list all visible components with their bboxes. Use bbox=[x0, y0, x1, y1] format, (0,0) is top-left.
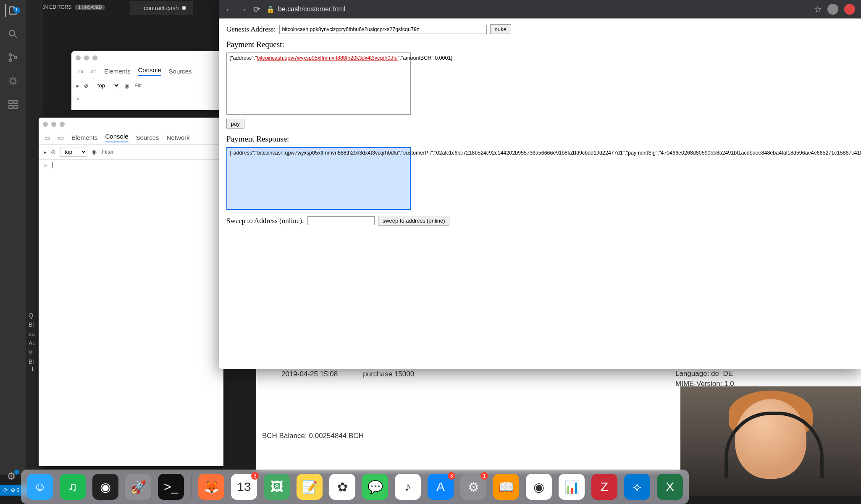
inspect-icon[interactable]: ▭ bbox=[77, 68, 83, 75]
sweep-address-label: Sweep to Address (online): bbox=[226, 217, 304, 225]
browser-toolbar: ← → ⟳ 🔒 be.cash/customer.html ☆ bbox=[219, 0, 861, 18]
url-host: be.cash bbox=[278, 5, 302, 13]
window-traffic-lights[interactable] bbox=[39, 118, 223, 131]
dock-app-music[interactable]: ♪ bbox=[395, 474, 421, 500]
dock-app-calendar[interactable]: 133 bbox=[231, 474, 257, 500]
console-prompt: > bbox=[44, 162, 47, 168]
nuke-button[interactable]: nuke bbox=[490, 24, 511, 34]
cash-file-icon: ≡ bbox=[137, 5, 140, 11]
info-line: Language: de_DE bbox=[675, 369, 856, 379]
svg-point-4 bbox=[11, 79, 16, 84]
svg-point-2 bbox=[9, 59, 11, 61]
window-traffic-lights[interactable] bbox=[71, 51, 239, 65]
inspect-icon[interactable]: ▭ bbox=[45, 134, 50, 142]
tab-elements[interactable]: Elements bbox=[104, 68, 131, 75]
macos-dock: ☺♫◉🚀>_🦊133🖼📝✿💬♪A3⚙1📖◉📊Z⟡X bbox=[21, 470, 689, 504]
dock-app-firefox[interactable]: 🦊 bbox=[198, 474, 224, 500]
dock-app-messages[interactable]: 💬 bbox=[362, 474, 388, 500]
dock-app-zotero[interactable]: Z bbox=[591, 474, 617, 500]
console-body[interactable]: > bbox=[71, 93, 239, 105]
debug-icon[interactable] bbox=[7, 75, 19, 87]
pay-button[interactable]: pay bbox=[226, 119, 244, 129]
context-select[interactable]: top bbox=[93, 81, 120, 90]
vscode-activity-bar: 1 1 bbox=[0, 0, 26, 475]
dock-app-launchpad[interactable]: 🚀 bbox=[125, 474, 151, 500]
forward-button[interactable]: → bbox=[239, 5, 247, 14]
unsaved-dot-icon bbox=[182, 6, 186, 10]
console-toolbar: ▸ ⊘ top ◉ bbox=[71, 78, 239, 93]
settings-gear-icon[interactable]: ⚙1 bbox=[7, 470, 16, 482]
dock-app-excel[interactable]: X bbox=[657, 474, 683, 500]
svg-rect-6 bbox=[14, 100, 17, 104]
dock-app-preview[interactable]: 🖼 bbox=[264, 474, 290, 500]
webcam-overlay bbox=[680, 386, 861, 496]
tab-console[interactable]: Console bbox=[138, 66, 161, 76]
devtools-window-1: ▭ ▭ Elements Console Sources ▸ ⊘ top ◉ > bbox=[71, 51, 239, 110]
payment-request-textarea[interactable]: {"address":"bitcoincash:qpw7wyxsp05xffmm… bbox=[226, 52, 411, 115]
row-description: purchase 15000 bbox=[363, 370, 414, 378]
clear-icon[interactable]: ⊘ bbox=[84, 82, 89, 89]
search-icon[interactable] bbox=[7, 28, 19, 40]
device-icon[interactable]: ▭ bbox=[91, 68, 97, 75]
sync-icon[interactable]: ⟳ bbox=[3, 487, 8, 493]
dock-app-spotify[interactable]: ♫ bbox=[60, 474, 86, 500]
extension-icon[interactable] bbox=[844, 4, 855, 15]
context-select[interactable]: top bbox=[60, 147, 87, 157]
sweep-address-input[interactable] bbox=[307, 216, 375, 225]
extensions-icon[interactable] bbox=[7, 98, 19, 111]
sidebar-toggle-icon[interactable]: ▸ bbox=[76, 82, 79, 89]
console-body[interactable]: > bbox=[39, 160, 223, 171]
tab-sources[interactable]: Sources bbox=[136, 134, 159, 141]
profile-avatar[interactable] bbox=[827, 4, 838, 15]
dock-app-appstore[interactable]: A3 bbox=[428, 474, 454, 500]
payment-response-heading: Payment Response: bbox=[226, 134, 853, 144]
add-icon[interactable]: + bbox=[30, 365, 35, 374]
devtools-tabs: ▭ ▭ Elements Console Sources Network bbox=[39, 131, 223, 144]
eye-icon[interactable]: ◉ bbox=[124, 82, 129, 89]
sweep-button[interactable]: sweep to address (online) bbox=[378, 216, 450, 226]
dock-app-settings[interactable]: ⚙1 bbox=[460, 474, 486, 500]
eye-icon[interactable]: ◉ bbox=[92, 149, 97, 155]
dock-app-books[interactable]: 📖 bbox=[493, 474, 519, 500]
sidebar-toggle-icon[interactable]: ▸ bbox=[44, 149, 47, 155]
balance-line: BCH Balance: 0.00254844 BCH bbox=[256, 429, 680, 443]
tab-elements[interactable]: Elements bbox=[71, 134, 98, 141]
filter-input[interactable] bbox=[101, 148, 132, 155]
tab-network[interactable]: Network bbox=[167, 134, 190, 141]
payment-response-textarea[interactable]: {"address":"bitcoincash:qpw7wyxsp05xffmm… bbox=[226, 147, 411, 210]
dock-app-vscode[interactable]: ⟡ bbox=[624, 474, 650, 500]
tab-contract-cash[interactable]: ≡ contract.cash bbox=[130, 1, 193, 15]
background-app-window: 2019-04-25 15:08 purchase 15000 BCH Bala… bbox=[256, 365, 680, 471]
dock-badge: 3 bbox=[448, 472, 455, 480]
svg-rect-8 bbox=[14, 105, 17, 109]
error-count[interactable]: ⊘ 0 bbox=[11, 487, 19, 493]
dock-app-terminal[interactable]: >_ bbox=[158, 474, 184, 500]
reload-button[interactable]: ⟳ bbox=[253, 4, 260, 14]
source-control-icon[interactable]: 1 bbox=[7, 51, 19, 64]
dock-app-notes[interactable]: 📝 bbox=[297, 474, 323, 500]
devtools-window-2: ▭ ▭ Elements Console Sources Network ▸ ⊘… bbox=[39, 118, 223, 466]
lock-icon: 🔒 bbox=[266, 5, 275, 13]
dock-app-chrome[interactable]: ◉ bbox=[526, 474, 552, 500]
bookmark-icon[interactable]: ☆ bbox=[814, 4, 822, 14]
tab-label: contract.cash bbox=[144, 5, 178, 11]
devtools-tabs: ▭ ▭ Elements Console Sources bbox=[71, 65, 239, 78]
clear-icon[interactable]: ⊘ bbox=[51, 149, 56, 155]
dock-app-siri[interactable]: ◉ bbox=[92, 474, 118, 500]
tab-sources[interactable]: Sources bbox=[169, 68, 192, 75]
genesis-address-label: Genesis Address: bbox=[226, 25, 276, 34]
console-toolbar: ▸ ⊘ top ◉ bbox=[39, 144, 223, 160]
dock-app-photos[interactable]: ✿ bbox=[329, 474, 355, 500]
url-bar[interactable]: 🔒 be.cash/customer.html bbox=[266, 5, 345, 13]
tab-console[interactable]: Console bbox=[105, 133, 129, 142]
dock-app-analytics[interactable]: 📊 bbox=[559, 474, 585, 500]
dock-app-finder[interactable]: ☺ bbox=[27, 474, 53, 500]
filter-input[interactable] bbox=[134, 82, 165, 89]
row-timestamp: 2019-04-25 15:08 bbox=[281, 370, 338, 378]
svg-point-0 bbox=[9, 30, 15, 36]
back-button[interactable]: ← bbox=[225, 5, 233, 14]
genesis-address-input[interactable] bbox=[279, 25, 487, 34]
dock-badge: 3 bbox=[251, 472, 259, 480]
editor-tab-strip: ≡ contract.cash bbox=[130, 0, 193, 16]
device-icon[interactable]: ▭ bbox=[58, 134, 64, 142]
